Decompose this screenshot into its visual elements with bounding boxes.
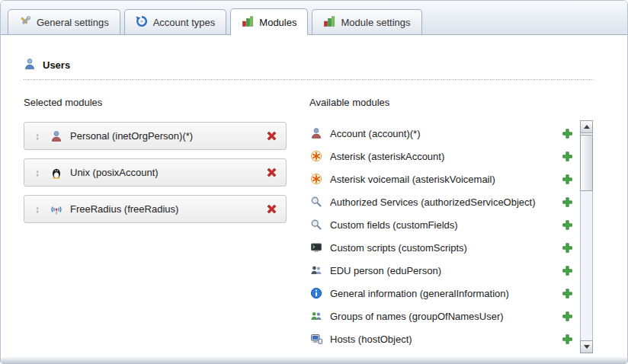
triangle-down-icon xyxy=(584,345,590,349)
selected-module-row-unix[interactable]: ↕ Unix (posixAccount) xyxy=(24,158,287,187)
module-settings-icon xyxy=(323,15,335,30)
module-label: Asterisk voicemail (asteriskVoicemail) xyxy=(330,174,554,185)
module-label: Custom scripts (customScripts) xyxy=(330,242,554,254)
delete-icon[interactable] xyxy=(265,203,278,216)
vertical-scrollbar xyxy=(580,120,593,353)
available-modules-list: Account (account)(*) Asterisk (asteriskA… xyxy=(309,122,573,350)
info-icon xyxy=(309,287,322,299)
drag-handle-icon[interactable]: ↕ xyxy=(30,130,44,142)
magnifier-icon xyxy=(309,219,322,231)
available-module-row: Custom scripts (customScripts) xyxy=(309,236,573,259)
module-label: FreeRadius (freeRadius) xyxy=(70,203,178,215)
available-module-row: Asterisk (asteriskAccount) xyxy=(309,145,573,168)
available-module-row: Custom fields (customFields) xyxy=(309,213,573,236)
users-section-header: Users xyxy=(24,58,593,80)
module-label: Authorized Services (authorizedServiceOb… xyxy=(330,196,554,208)
tab-modules[interactable]: Modules xyxy=(230,8,308,35)
module-label: EDU person (eduPerson) xyxy=(330,265,554,276)
scroll-down-button[interactable] xyxy=(580,340,593,353)
section-title: Users xyxy=(43,59,70,71)
user-icon xyxy=(24,58,36,72)
people-icon xyxy=(309,264,322,276)
selected-module-row-personal[interactable]: ↕ Personal (inetOrgPerson)(*) xyxy=(24,122,287,150)
add-icon[interactable] xyxy=(562,219,573,231)
asterisk-icon xyxy=(309,150,322,162)
available-modules-heading: Available modules xyxy=(309,97,593,108)
person-icon xyxy=(50,130,62,142)
add-icon[interactable] xyxy=(562,311,573,322)
module-label: Groups of names (groupOfNamesUser) xyxy=(330,311,554,322)
module-label: Personal (inetOrgPerson)(*) xyxy=(70,130,193,142)
computer-icon xyxy=(309,333,322,345)
available-module-row: Asterisk voicemail (asteriskVoicemail) xyxy=(309,168,573,190)
add-icon[interactable] xyxy=(562,196,573,208)
delete-icon[interactable] xyxy=(265,166,278,179)
add-icon[interactable] xyxy=(562,288,573,299)
add-icon[interactable] xyxy=(562,151,573,162)
drag-handle-icon[interactable]: ↕ xyxy=(30,167,44,178)
available-module-row: General information (generalInformation) xyxy=(309,282,573,305)
tab-label: Account types xyxy=(153,17,216,28)
selected-module-row-freeradius[interactable]: ↕ FreeRadius (freeRadius) xyxy=(24,195,287,223)
selected-modules-heading: Selected modules xyxy=(24,97,287,108)
add-icon[interactable] xyxy=(562,174,573,185)
add-icon[interactable] xyxy=(562,128,573,139)
penguin-icon xyxy=(50,167,62,179)
available-module-row: Account (account)(*) xyxy=(309,122,573,145)
selected-modules-panel: Selected modules ↕ Personal (inetOrgPers… xyxy=(24,97,287,350)
module-label: Unix (posixAccount) xyxy=(70,167,159,178)
person-icon xyxy=(309,127,322,139)
module-label: Asterisk (asteriskAccount) xyxy=(330,151,554,162)
triangle-up-icon xyxy=(584,125,590,129)
module-label: Account (account)(*) xyxy=(330,128,554,139)
tab-label: Modules xyxy=(259,17,296,28)
tab-label: Module settings xyxy=(341,17,410,28)
delete-icon[interactable] xyxy=(265,129,278,142)
add-icon[interactable] xyxy=(562,242,573,254)
add-icon[interactable] xyxy=(562,334,573,345)
asterisk-icon xyxy=(309,173,322,185)
available-modules-panel: Available modules Account (account)(*) xyxy=(309,97,593,350)
terminal-icon xyxy=(309,241,322,254)
module-label: Hosts (hostObject) xyxy=(330,334,554,345)
tab-label: General settings xyxy=(37,17,109,28)
modules-tab-content: Users Selected modules ↕ Personal (inetO… xyxy=(1,35,627,364)
lam-config-page: General settings Account types Modules M… xyxy=(0,0,628,364)
add-icon[interactable] xyxy=(562,265,573,276)
tab-account-types[interactable]: Account types xyxy=(124,9,227,34)
tab-strip: General settings Account types Modules M… xyxy=(1,1,627,35)
magnifier-icon xyxy=(309,196,322,208)
scroll-up-button[interactable] xyxy=(580,120,593,133)
scrollbar-track[interactable] xyxy=(580,133,593,340)
available-module-row: Groups of names (groupOfNamesUser) xyxy=(309,305,573,327)
available-module-row: EDU person (eduPerson) xyxy=(309,259,573,282)
tab-general-settings[interactable]: General settings xyxy=(8,9,120,34)
available-module-row: Hosts (hostObject) xyxy=(309,327,573,350)
module-label: General information (generalInformation) xyxy=(330,288,554,299)
radius-antenna-icon xyxy=(50,203,62,216)
modules-icon xyxy=(242,15,254,30)
available-module-row: Authorized Services (authorizedServiceOb… xyxy=(309,190,573,213)
tab-module-settings[interactable]: Module settings xyxy=(312,9,421,34)
drag-handle-icon[interactable]: ↕ xyxy=(30,203,44,215)
tools-icon xyxy=(19,15,31,30)
group-icon xyxy=(309,310,322,322)
module-label: Custom fields (customFields) xyxy=(330,219,554,231)
account-types-icon xyxy=(136,15,148,30)
scrollbar-thumb[interactable] xyxy=(580,135,593,191)
